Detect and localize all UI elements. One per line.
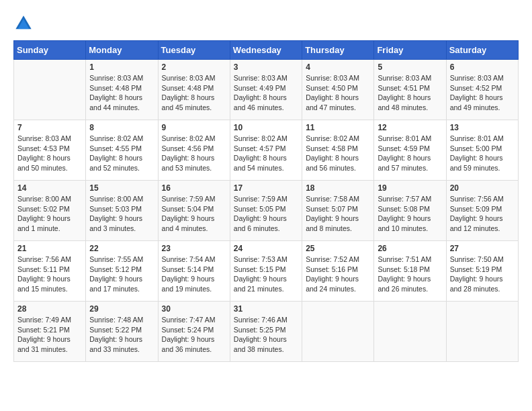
day-number: 12 bbox=[378, 123, 442, 132]
day-number: 3 bbox=[234, 62, 298, 72]
day-number: 28 bbox=[17, 304, 82, 314]
calendar-cell bbox=[374, 302, 446, 362]
calendar-cell: 26Sunrise: 7:51 AM Sunset: 5:18 PM Dayli… bbox=[374, 241, 446, 302]
day-number: 23 bbox=[162, 244, 226, 253]
calendar-cell: 15Sunrise: 8:00 AM Sunset: 5:03 PM Dayli… bbox=[86, 181, 158, 241]
day-number: 7 bbox=[17, 123, 82, 132]
day-number: 17 bbox=[234, 183, 298, 193]
cell-info: Sunrise: 7:54 AM Sunset: 5:14 PM Dayligh… bbox=[162, 255, 226, 294]
cell-info: Sunrise: 7:59 AM Sunset: 5:05 PM Dayligh… bbox=[234, 194, 298, 234]
calendar-cell: 11Sunrise: 8:02 AM Sunset: 4:58 PM Dayli… bbox=[302, 120, 374, 181]
calendar-table: SundayMondayTuesdayWednesdayThursdayFrid… bbox=[13, 40, 519, 362]
day-number: 9 bbox=[162, 123, 226, 132]
day-number: 22 bbox=[89, 244, 154, 253]
calendar-cell: 19Sunrise: 7:57 AM Sunset: 5:08 PM Dayli… bbox=[374, 181, 446, 241]
cell-info: Sunrise: 8:03 AM Sunset: 4:48 PM Dayligh… bbox=[162, 73, 226, 113]
calendar-cell: 28Sunrise: 7:49 AM Sunset: 5:21 PM Dayli… bbox=[14, 302, 86, 362]
day-number: 10 bbox=[234, 123, 298, 132]
calendar-cell: 16Sunrise: 7:59 AM Sunset: 5:04 PM Dayli… bbox=[158, 181, 230, 241]
calendar-cell: 20Sunrise: 7:56 AM Sunset: 5:09 PM Dayli… bbox=[446, 181, 518, 241]
calendar-cell: 27Sunrise: 7:50 AM Sunset: 5:19 PM Dayli… bbox=[446, 241, 518, 302]
day-number: 4 bbox=[306, 62, 370, 72]
header-cell-tuesday: Tuesday bbox=[158, 41, 230, 60]
day-number: 21 bbox=[17, 244, 82, 253]
day-number: 19 bbox=[378, 183, 442, 193]
calendar-cell: 29Sunrise: 7:48 AM Sunset: 5:22 PM Dayli… bbox=[86, 302, 158, 362]
calendar-cell: 3Sunrise: 8:03 AM Sunset: 4:49 PM Daylig… bbox=[230, 60, 302, 120]
calendar-header: SundayMondayTuesdayWednesdayThursdayFrid… bbox=[14, 41, 519, 60]
cell-info: Sunrise: 8:03 AM Sunset: 4:53 PM Dayligh… bbox=[17, 134, 82, 173]
calendar-cell: 18Sunrise: 7:58 AM Sunset: 5:07 PM Dayli… bbox=[302, 181, 374, 241]
day-number: 13 bbox=[450, 123, 515, 132]
cell-info: Sunrise: 8:00 AM Sunset: 5:03 PM Dayligh… bbox=[89, 194, 154, 234]
calendar-cell bbox=[446, 302, 518, 362]
header-cell-saturday: Saturday bbox=[446, 41, 518, 60]
cell-info: Sunrise: 8:00 AM Sunset: 5:02 PM Dayligh… bbox=[17, 194, 82, 234]
logo bbox=[13, 13, 36, 34]
day-number: 2 bbox=[162, 62, 226, 72]
day-number: 1 bbox=[89, 62, 154, 72]
cell-info: Sunrise: 8:02 AM Sunset: 4:58 PM Dayligh… bbox=[306, 134, 370, 173]
calendar-cell: 23Sunrise: 7:54 AM Sunset: 5:14 PM Dayli… bbox=[158, 241, 230, 302]
header-cell-friday: Friday bbox=[374, 41, 446, 60]
day-number: 20 bbox=[450, 183, 515, 193]
calendar-cell: 7Sunrise: 8:03 AM Sunset: 4:53 PM Daylig… bbox=[14, 120, 86, 181]
cell-info: Sunrise: 7:57 AM Sunset: 5:08 PM Dayligh… bbox=[378, 194, 442, 234]
cell-info: Sunrise: 7:46 AM Sunset: 5:25 PM Dayligh… bbox=[234, 315, 298, 355]
week-row-4: 21Sunrise: 7:56 AM Sunset: 5:11 PM Dayli… bbox=[14, 241, 519, 302]
week-row-3: 14Sunrise: 8:00 AM Sunset: 5:02 PM Dayli… bbox=[14, 181, 519, 241]
cell-info: Sunrise: 7:56 AM Sunset: 5:09 PM Dayligh… bbox=[450, 194, 515, 234]
cell-info: Sunrise: 8:02 AM Sunset: 4:56 PM Dayligh… bbox=[162, 134, 226, 173]
calendar-cell: 22Sunrise: 7:55 AM Sunset: 5:12 PM Dayli… bbox=[86, 241, 158, 302]
cell-info: Sunrise: 8:03 AM Sunset: 4:48 PM Dayligh… bbox=[89, 73, 154, 113]
cell-info: Sunrise: 7:51 AM Sunset: 5:18 PM Dayligh… bbox=[378, 255, 442, 294]
cell-info: Sunrise: 7:49 AM Sunset: 5:21 PM Dayligh… bbox=[17, 315, 82, 355]
calendar-cell: 21Sunrise: 7:56 AM Sunset: 5:11 PM Dayli… bbox=[14, 241, 86, 302]
calendar-cell: 4Sunrise: 8:03 AM Sunset: 4:50 PM Daylig… bbox=[302, 60, 374, 120]
cell-info: Sunrise: 7:52 AM Sunset: 5:16 PM Dayligh… bbox=[306, 255, 370, 294]
week-row-2: 7Sunrise: 8:03 AM Sunset: 4:53 PM Daylig… bbox=[14, 120, 519, 181]
cell-info: Sunrise: 7:50 AM Sunset: 5:19 PM Dayligh… bbox=[450, 255, 515, 294]
cell-info: Sunrise: 8:02 AM Sunset: 4:57 PM Dayligh… bbox=[234, 134, 298, 173]
cell-info: Sunrise: 7:55 AM Sunset: 5:12 PM Dayligh… bbox=[89, 255, 154, 294]
header-cell-wednesday: Wednesday bbox=[230, 41, 302, 60]
day-number: 29 bbox=[89, 304, 154, 314]
calendar-cell: 5Sunrise: 8:03 AM Sunset: 4:51 PM Daylig… bbox=[374, 60, 446, 120]
calendar-cell: 2Sunrise: 8:03 AM Sunset: 4:48 PM Daylig… bbox=[158, 60, 230, 120]
cell-info: Sunrise: 8:03 AM Sunset: 4:49 PM Dayligh… bbox=[234, 73, 298, 113]
day-number: 27 bbox=[450, 244, 515, 253]
calendar-cell: 12Sunrise: 8:01 AM Sunset: 4:59 PM Dayli… bbox=[374, 120, 446, 181]
header-cell-sunday: Sunday bbox=[14, 41, 86, 60]
calendar-cell: 10Sunrise: 8:02 AM Sunset: 4:57 PM Dayli… bbox=[230, 120, 302, 181]
calendar-cell: 17Sunrise: 7:59 AM Sunset: 5:05 PM Dayli… bbox=[230, 181, 302, 241]
header-cell-monday: Monday bbox=[86, 41, 158, 60]
day-number: 5 bbox=[378, 62, 442, 72]
day-number: 11 bbox=[306, 123, 370, 132]
cell-info: Sunrise: 8:03 AM Sunset: 4:50 PM Dayligh… bbox=[306, 73, 370, 113]
page-header bbox=[13, 13, 519, 34]
calendar-cell bbox=[14, 60, 86, 120]
header-cell-thursday: Thursday bbox=[302, 41, 374, 60]
day-number: 31 bbox=[234, 304, 298, 314]
day-number: 6 bbox=[450, 62, 515, 72]
calendar-cell: 24Sunrise: 7:53 AM Sunset: 5:15 PM Dayli… bbox=[230, 241, 302, 302]
day-number: 25 bbox=[306, 244, 370, 253]
cell-info: Sunrise: 7:56 AM Sunset: 5:11 PM Dayligh… bbox=[17, 255, 82, 294]
day-number: 18 bbox=[306, 183, 370, 193]
header-row: SundayMondayTuesdayWednesdayThursdayFrid… bbox=[14, 41, 519, 60]
cell-info: Sunrise: 7:47 AM Sunset: 5:24 PM Dayligh… bbox=[162, 315, 226, 355]
day-number: 8 bbox=[89, 123, 154, 132]
calendar-body: 1Sunrise: 8:03 AM Sunset: 4:48 PM Daylig… bbox=[14, 60, 519, 362]
cell-info: Sunrise: 8:02 AM Sunset: 4:55 PM Dayligh… bbox=[89, 134, 154, 173]
cell-info: Sunrise: 8:01 AM Sunset: 4:59 PM Dayligh… bbox=[378, 134, 442, 173]
cell-info: Sunrise: 8:03 AM Sunset: 4:52 PM Dayligh… bbox=[450, 73, 515, 113]
day-number: 15 bbox=[89, 183, 154, 193]
cell-info: Sunrise: 7:48 AM Sunset: 5:22 PM Dayligh… bbox=[89, 315, 154, 355]
calendar-cell: 1Sunrise: 8:03 AM Sunset: 4:48 PM Daylig… bbox=[86, 60, 158, 120]
calendar-cell bbox=[302, 302, 374, 362]
day-number: 14 bbox=[17, 183, 82, 193]
day-number: 24 bbox=[234, 244, 298, 253]
day-number: 16 bbox=[162, 183, 226, 193]
calendar-cell: 30Sunrise: 7:47 AM Sunset: 5:24 PM Dayli… bbox=[158, 302, 230, 362]
calendar-cell: 25Sunrise: 7:52 AM Sunset: 5:16 PM Dayli… bbox=[302, 241, 374, 302]
